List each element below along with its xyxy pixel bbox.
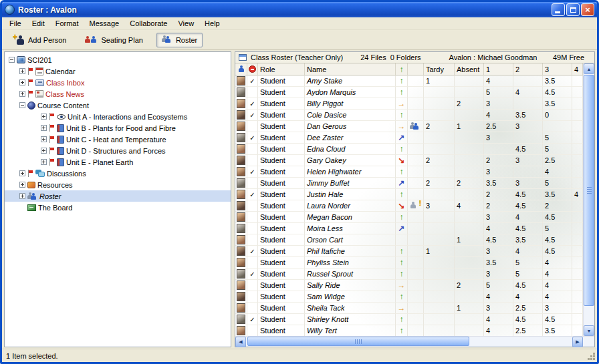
vertical-scrollbar[interactable]: ▲ ▼ (583, 63, 594, 336)
maximize-button[interactable] (566, 3, 580, 16)
tree-item-the-board[interactable]: The Board (5, 202, 231, 213)
roster-row[interactable]: StudentMoira Less↗44.55 (235, 223, 583, 234)
roster-row[interactable]: ✓StudentCole Dasice↑43.50 (235, 110, 583, 121)
roster-row[interactable]: ✓StudentPhil Itafiche↑1344.5 (235, 246, 583, 257)
tree-item-course-content[interactable]: Course Content (5, 100, 231, 111)
tree-expander[interactable] (9, 57, 15, 63)
tardy-cell (424, 268, 455, 280)
name-column-header[interactable]: Name (305, 63, 396, 75)
menu-format[interactable]: Format (50, 18, 84, 29)
roster-row[interactable]: StudentOrson Cart14.53.54.5 (235, 234, 583, 246)
absent-column-header[interactable]: Absent (455, 63, 484, 75)
add-person-button[interactable]: +Add Person (9, 32, 72, 48)
tree-item-unit-e-planet-earth[interactable]: Unit E - Planet Earth (5, 156, 231, 168)
close-button[interactable]: × (581, 3, 594, 16)
student-photo (237, 224, 245, 233)
tree-item-roster[interactable]: Roster (5, 190, 231, 202)
tree-expander[interactable] (19, 68, 25, 74)
role-column-header[interactable]: Role (258, 63, 305, 75)
tree-item-resources[interactable]: Resources (5, 179, 231, 190)
tree-expander[interactable] (41, 114, 47, 120)
tree-item-unit-d-structures-and-forces[interactable]: Unit D - Structures and Forces (5, 145, 231, 156)
roster-row[interactable]: ✓StudentShirley Knott↑44.54.5 (235, 314, 583, 325)
avatar-column-header[interactable] (235, 63, 247, 75)
scroll-left-button[interactable]: ◀ (235, 337, 246, 347)
assignment-2-column-header[interactable]: 2 (513, 63, 543, 75)
titlebar[interactable]: Roster : Avalon × (2, 2, 597, 17)
roster-row[interactable]: StudentLaura Norder↘!3424.52 (235, 200, 583, 212)
menu-view[interactable]: View (172, 18, 199, 29)
vertical-scroll-track[interactable] (584, 74, 594, 325)
tree-item-discussions[interactable]: Discussions (5, 168, 231, 179)
horizontal-scroll-thumb[interactable] (247, 337, 469, 346)
tree-expander[interactable] (19, 79, 25, 85)
menu-help[interactable]: Help (199, 18, 225, 29)
horizontal-scroll-track[interactable] (246, 337, 572, 347)
tree-expander[interactable] (41, 159, 47, 165)
roster-row[interactable]: StudentGary Oakey↘2232.5 (235, 155, 583, 166)
roster-row[interactable]: ✓StudentRussel Sprout↑354 (235, 268, 583, 280)
alert-column-header[interactable] (408, 63, 424, 75)
assignment-4-column-header[interactable]: 4 (572, 63, 583, 75)
minimize-button[interactable] (552, 3, 565, 16)
roster-button[interactable]: Roster (156, 33, 203, 47)
student-photo (237, 246, 245, 256)
roster-row[interactable]: StudentSam Widge↑444 (235, 291, 583, 303)
assignment-1-column-header[interactable]: 1 (484, 63, 513, 75)
roster-row[interactable]: StudentJimmy Buffet↗223.535 (235, 178, 583, 189)
tardy-cell: 2 (424, 155, 455, 166)
restricted-column-header[interactable] (247, 63, 258, 75)
vertical-scroll-thumb[interactable] (584, 75, 594, 306)
assignment-3-column-header[interactable]: 3 (543, 63, 572, 75)
grade-2-cell: 3 (513, 121, 543, 132)
tree-expander[interactable] (19, 91, 25, 97)
roster-row[interactable]: StudentMegan Bacon↑344.5 (235, 212, 583, 223)
roster-row[interactable]: ✓StudentDee Zaster↗35 (235, 132, 583, 144)
menu-file[interactable]: File (4, 18, 27, 29)
roster-row[interactable]: StudentPhyliss Stein↑3.554 (235, 257, 583, 268)
roster-row[interactable]: ✓StudentAmy Stake↑143.5 (235, 75, 583, 87)
scroll-up-button[interactable]: ▲ (584, 63, 594, 74)
tree-item-unit-b-plants-for-food-and-fibre[interactable]: Unit B - Plants for Food and Fibre (5, 122, 231, 134)
tardy-column-header[interactable]: Tardy (424, 63, 455, 75)
menu-message[interactable]: Message (84, 18, 125, 29)
roster-row[interactable]: StudentEdna Cloud↑4.55 (235, 144, 583, 155)
resize-grip[interactable] (587, 352, 595, 360)
menu-collaborate[interactable]: Collaborate (124, 18, 172, 29)
roster-row[interactable]: ✓StudentBilly Piggot→233.5 (235, 98, 583, 110)
grade-2-cell (513, 75, 543, 87)
tree-item-label: Resources (37, 181, 73, 189)
tree-item-unit-c-heat-and-temperature[interactable]: Unit C - Heat and Temperature (5, 134, 231, 145)
absent-cell (455, 223, 484, 234)
tree-item-class-news[interactable]: Class News (5, 88, 231, 100)
roster-row[interactable]: StudentAydon Marquis↑544.5 (235, 87, 583, 98)
tree-item-sci201[interactable]: SCI201 (5, 54, 231, 65)
tree-expander[interactable] (19, 193, 25, 199)
menu-edit[interactable]: Edit (27, 18, 50, 29)
roster-row[interactable]: ✓StudentHelen Highwater↑34 (235, 166, 583, 178)
grade-4-cell (572, 110, 583, 121)
scroll-right-button[interactable]: ▶ (572, 337, 583, 347)
tree-expander[interactable] (41, 125, 47, 131)
trend-column-header[interactable]: ↑ (396, 63, 408, 75)
tree-expander[interactable] (41, 148, 47, 154)
roster-row[interactable]: StudentSheila Tack→132.53 (235, 303, 583, 314)
tree-expander[interactable] (19, 102, 25, 108)
roster-row[interactable]: ✓StudentJustin Hale↑24.53.54 (235, 189, 583, 200)
roster-row[interactable]: StudentSally Ride→254.54 (235, 280, 583, 291)
grade-3-cell (543, 121, 572, 132)
seating-plan-button[interactable]: Seating Plan (80, 33, 148, 47)
tree-item-class-inbox[interactable]: Class Inbox (5, 77, 231, 88)
horizontal-scrollbar[interactable]: ◀ ▶ (235, 336, 594, 347)
tree-item-unit-a-interactions-and-ecosystems[interactable]: Unit A - Interactions and Ecosystems (5, 111, 231, 122)
grade-1-cell: 4 (484, 314, 513, 325)
roster-row[interactable]: StudentWilly Tert↑42.53.5 (235, 325, 583, 336)
tree-item-calendar[interactable]: Calendar (5, 65, 231, 77)
roster-row[interactable]: StudentDan Gerous→212.53 (235, 121, 583, 132)
tree-expander[interactable] (19, 170, 25, 176)
tree-expander[interactable] (41, 136, 47, 142)
tree-expander[interactable] (19, 182, 25, 188)
name-cell: Edna Cloud (305, 144, 396, 155)
scroll-down-button[interactable]: ▼ (584, 325, 594, 336)
tardy-cell (424, 234, 455, 246)
